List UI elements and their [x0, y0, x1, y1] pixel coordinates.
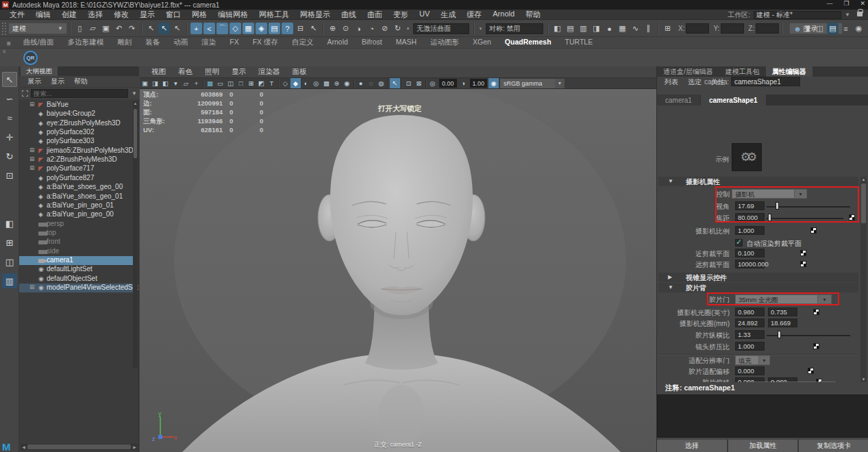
- outliner-item[interactable]: ◈polySurface302: [19, 128, 134, 137]
- expand-icon[interactable]: ⊞: [29, 155, 35, 162]
- near-clip-plane-map-icon[interactable]: [800, 250, 806, 256]
- shelf-tab-0[interactable]: 曲线/曲面: [16, 37, 61, 48]
- operations-list-icon[interactable]: ⊙: [340, 23, 351, 34]
- fit-resolution-gate-dropdown[interactable]: 填充: [735, 355, 759, 365]
- highlight-selection-icon[interactable]: ↖: [308, 23, 319, 34]
- outliner-horizontal-scrollbar[interactable]: ◀▶: [21, 444, 138, 450]
- snap-point-icon[interactable]: ⌒: [216, 23, 228, 34]
- camera-aperture-inch-map-icon[interactable]: [813, 309, 819, 315]
- outliner-search-input[interactable]: [31, 89, 128, 98]
- attribute-editor-footer-button-0[interactable]: 选择: [657, 440, 727, 452]
- expand-icon[interactable]: ⊞: [29, 284, 35, 290]
- camera-aperture-inch-field-1[interactable]: 0.735: [768, 307, 797, 316]
- viewport-menu-2[interactable]: 照明: [199, 67, 225, 77]
- focal-length-map-icon[interactable]: [849, 214, 855, 221]
- menubar-item-9[interactable]: 网格工具: [253, 10, 295, 20]
- select-object-icon[interactable]: ↖: [158, 23, 170, 34]
- no-history-icon[interactable]: ⊘: [379, 23, 390, 34]
- outliner-item[interactable]: ⊞◉modelPanel4ViewSelectedSet: [19, 284, 134, 292]
- light-editor-icon[interactable]: ∿: [630, 23, 641, 34]
- colorspace-toggle-icon[interactable]: ◉: [488, 78, 499, 88]
- camera-sample-swatch[interactable]: ⚙⚙: [732, 143, 762, 171]
- film-gate-dropdown-arrow-icon[interactable]: ▼: [818, 294, 832, 304]
- construction-history-icon[interactable]: ⊕: [327, 23, 338, 34]
- bookmark-icon[interactable]: ▾: [171, 78, 181, 88]
- scale-tool[interactable]: ⊡: [2, 168, 17, 183]
- film-back-section[interactable]: ▼胶片背: [658, 283, 858, 292]
- outliner-vertical-scrollbar[interactable]: ▲: [133, 101, 138, 368]
- camera-scale-map-icon[interactable]: [810, 227, 817, 234]
- focal-length-field[interactable]: 80.000: [735, 213, 765, 222]
- outliner-item[interactable]: top: [19, 229, 134, 238]
- notes-textarea[interactable]: [657, 394, 868, 438]
- xray-icon[interactable]: ◌: [366, 78, 376, 88]
- film-gate-dropdown[interactable]: 35mm 全光圈: [735, 294, 818, 304]
- menubar-item-10[interactable]: 网格显示: [295, 10, 336, 20]
- workspace-dropdown[interactable]: 建模 - 标准*: [754, 11, 841, 19]
- snap-curve-icon[interactable]: <: [203, 23, 215, 34]
- lasso-tool[interactable]: ∽: [2, 91, 17, 106]
- outliner-item[interactable]: ◈a:BaiYue_pin_geo_00: [19, 210, 134, 219]
- use-all-lights-icon[interactable]: ◎: [311, 78, 321, 88]
- lens-squeeze-ratio-field[interactable]: 1.000: [735, 342, 765, 351]
- snap-grid-icon[interactable]: +: [190, 23, 202, 34]
- menubar-item-0[interactable]: 文件: [4, 10, 30, 20]
- angle-of-view-slider-thumb[interactable]: [776, 202, 779, 210]
- ambient-occlusion-icon[interactable]: ⊛: [332, 78, 342, 88]
- new-scene-icon[interactable]: ▯: [74, 23, 86, 34]
- multi-pane-icon[interactable]: ⊡: [404, 78, 414, 88]
- menubar-item-15[interactable]: 生成: [435, 10, 461, 20]
- attribute-editor-footer-button-2[interactable]: 复制选项卡: [799, 440, 868, 452]
- tear-off-panel-icon[interactable]: ⊠: [414, 78, 424, 88]
- minimize-button[interactable]: —: [826, 0, 832, 7]
- isolate-select-icon[interactable]: ●: [356, 78, 366, 88]
- viewport-menu-0[interactable]: 视图: [145, 67, 172, 77]
- shelf-tab-1[interactable]: 多边形建模: [61, 37, 111, 48]
- notes-resize-handle[interactable]: [746, 381, 835, 382]
- menubar-item-5[interactable]: 显示: [134, 10, 160, 20]
- outliner-item[interactable]: ◈baiyue4:Group2: [19, 110, 134, 118]
- colorspace-dropdown[interactable]: sRGB gamma: [500, 79, 555, 88]
- far-clip-plane-field[interactable]: 10000.000: [735, 260, 765, 268]
- quadremesh-shelf-button[interactable]: QR: [23, 51, 38, 65]
- menubar-item-7[interactable]: 网格: [186, 10, 212, 20]
- lock-camera-icon[interactable]: ◨: [150, 78, 160, 88]
- outliner-item[interactable]: ◈a:BaiYue_pin_geo_01: [19, 201, 134, 210]
- attribute-scroll-area[interactable]: 示例 ⚙⚙ ▼摄影机属性控制摄影机▼视角17.69焦距80.000摄影机比例1.…: [657, 105, 860, 382]
- wireframe-icon[interactable]: ◇: [280, 78, 290, 88]
- shelf-tab-12[interactable]: 运动图形: [423, 37, 466, 48]
- save-scene-icon[interactable]: ▣: [100, 23, 112, 34]
- outliner-item[interactable]: ⊞◤polySurface717: [19, 164, 134, 173]
- menubar-item-2[interactable]: 创建: [56, 10, 82, 20]
- node-tab-0[interactable]: camera1: [657, 95, 700, 105]
- safe-title-icon[interactable]: T: [266, 78, 277, 88]
- colorspace-dropdown-arrow-icon[interactable]: ▼: [555, 79, 565, 88]
- no-live-surface-field[interactable]: 无激活曲面: [413, 23, 469, 34]
- layout-single-pane[interactable]: ◧: [2, 216, 17, 231]
- menubar-item-6[interactable]: 窗口: [160, 10, 186, 20]
- far-clip-plane-map-icon[interactable]: [800, 261, 806, 267]
- outliner-item[interactable]: ⊞◤BaiYue: [19, 101, 134, 110]
- shelf-tab-4[interactable]: 动画: [166, 37, 195, 48]
- outliner-menu-0[interactable]: 展示: [23, 77, 45, 86]
- outliner-item[interactable]: front: [19, 238, 134, 247]
- menubar-item-12[interactable]: 曲面: [362, 10, 388, 20]
- paint-select-tool[interactable]: ≈: [2, 110, 17, 125]
- snap-view-plane-icon[interactable]: ▦: [243, 23, 254, 34]
- snap-help-icon[interactable]: ?: [282, 23, 293, 34]
- layout-outliner-persp[interactable]: ▥: [2, 273, 17, 288]
- shelf-tab-6[interactable]: FX: [223, 37, 245, 48]
- outliner-item[interactable]: ◈eye:ZBrushPolyMesh3D: [19, 119, 134, 128]
- outliner-item[interactable]: camera1: [19, 256, 134, 265]
- shelf-tab-13[interactable]: XGen: [466, 37, 498, 48]
- camera-aperture-mm-field-1[interactable]: 18.669: [768, 318, 797, 327]
- outliner-search-dropdown-arrow-icon[interactable]: ▼: [132, 90, 137, 97]
- hypershade-icon[interactable]: ▦: [617, 23, 628, 34]
- show-channel-box-icon[interactable]: ◉: [853, 23, 865, 34]
- viewport-menu-4[interactable]: 渲染器: [252, 67, 286, 77]
- render-ball-icon[interactable]: ●: [604, 23, 615, 34]
- motion-blur-icon[interactable]: ◉: [342, 78, 352, 88]
- history-toggle-icon[interactable]: ◑: [353, 23, 364, 34]
- outliner-item[interactable]: ◈polySurface303: [19, 137, 134, 146]
- shelf-tab-8[interactable]: 自定义: [285, 37, 321, 48]
